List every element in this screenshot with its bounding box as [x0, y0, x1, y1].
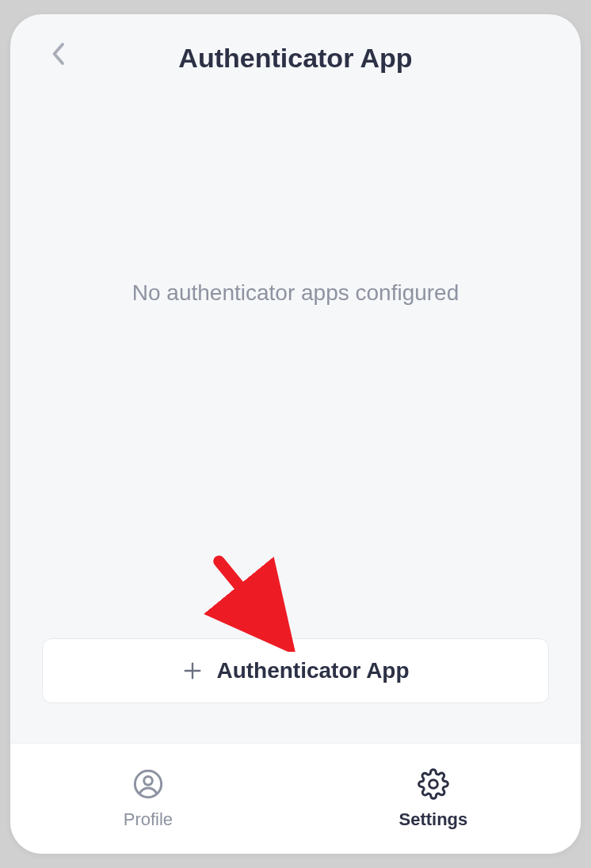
content-area: No authenticator apps configured Authent…: [10, 89, 581, 743]
bottom-nav: Profile Settings: [10, 743, 581, 854]
svg-point-5: [429, 779, 438, 788]
gear-icon: [418, 768, 449, 803]
nav-item-profile[interactable]: Profile: [92, 760, 204, 838]
profile-icon: [132, 768, 164, 803]
plus-icon: [181, 660, 204, 682]
nav-label-profile: Profile: [124, 809, 173, 830]
settings-card: Authenticator App No authenticator apps …: [10, 14, 581, 854]
header: Authenticator App: [10, 14, 581, 89]
empty-state: No authenticator apps configured: [42, 89, 549, 638]
page-title: Authenticator App: [178, 43, 412, 74]
chevron-left-icon: [51, 42, 65, 69]
nav-item-settings[interactable]: Settings: [367, 760, 499, 838]
add-authenticator-button[interactable]: Authenticator App: [42, 638, 549, 703]
empty-message: No authenticator apps configured: [132, 280, 459, 306]
nav-label-settings: Settings: [398, 809, 467, 830]
add-button-label: Authenticator App: [216, 658, 409, 683]
back-button[interactable]: [42, 40, 74, 71]
svg-point-4: [144, 776, 153, 785]
